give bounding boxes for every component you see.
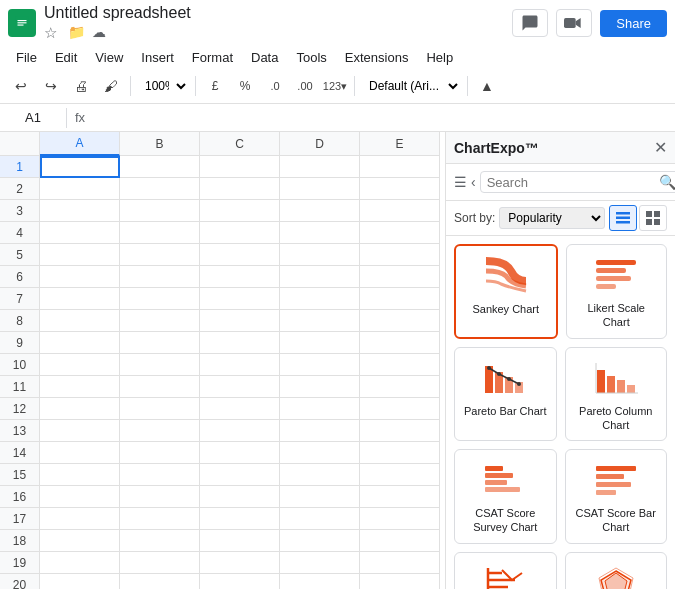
cell-D14[interactable] — [280, 442, 360, 464]
formula-input[interactable] — [93, 110, 667, 125]
menu-format[interactable]: Format — [184, 46, 241, 69]
cell-E1[interactable] — [360, 156, 440, 178]
col-header-b[interactable]: B — [120, 132, 200, 156]
cell-A11[interactable] — [40, 376, 120, 398]
cell-D4[interactable] — [280, 222, 360, 244]
row-number-7[interactable]: 7 — [0, 288, 40, 310]
percent-button[interactable]: % — [232, 73, 258, 99]
cell-A1[interactable] — [40, 156, 120, 178]
chart-card-csat-bar[interactable]: CSAT Score Bar Chart — [565, 449, 668, 544]
cell-C3[interactable] — [200, 200, 280, 222]
row-number-16[interactable]: 16 — [0, 486, 40, 508]
sort-select[interactable]: Popularity Name Newest — [499, 207, 605, 229]
cell-C13[interactable] — [200, 420, 280, 442]
chart-card-radar[interactable]: Radar Chart — [565, 552, 668, 589]
cell-A10[interactable] — [40, 354, 120, 376]
cell-B17[interactable] — [120, 508, 200, 530]
share-button[interactable]: Share — [600, 10, 667, 37]
cell-A15[interactable] — [40, 464, 120, 486]
cell-B14[interactable] — [120, 442, 200, 464]
cell-B18[interactable] — [120, 530, 200, 552]
chart-card-pareto-bar[interactable]: Pareto Bar Chart — [454, 347, 557, 442]
cell-B12[interactable] — [120, 398, 200, 420]
cell-A18[interactable] — [40, 530, 120, 552]
cell-A5[interactable] — [40, 244, 120, 266]
cell-E20[interactable] — [360, 574, 440, 589]
cell-E10[interactable] — [360, 354, 440, 376]
cell-D17[interactable] — [280, 508, 360, 530]
cell-A8[interactable] — [40, 310, 120, 332]
cell-C4[interactable] — [200, 222, 280, 244]
cell-A7[interactable] — [40, 288, 120, 310]
cell-E12[interactable] — [360, 398, 440, 420]
cell-C5[interactable] — [200, 244, 280, 266]
row-number-3[interactable]: 3 — [0, 200, 40, 222]
row-number-10[interactable]: 10 — [0, 354, 40, 376]
cell-A9[interactable] — [40, 332, 120, 354]
cell-E3[interactable] — [360, 200, 440, 222]
list-view-button[interactable] — [609, 205, 637, 231]
row-number-18[interactable]: 18 — [0, 530, 40, 552]
meet-button[interactable] — [556, 9, 592, 37]
cell-D2[interactable] — [280, 178, 360, 200]
cell-D13[interactable] — [280, 420, 360, 442]
cell-D7[interactable] — [280, 288, 360, 310]
cell-A12[interactable] — [40, 398, 120, 420]
cell-E8[interactable] — [360, 310, 440, 332]
row-number-20[interactable]: 20 — [0, 574, 40, 589]
format-123[interactable]: 123▾ — [322, 73, 348, 99]
cell-E2[interactable] — [360, 178, 440, 200]
row-number-1[interactable]: 1 — [0, 156, 40, 178]
cell-D16[interactable] — [280, 486, 360, 508]
cell-D19[interactable] — [280, 552, 360, 574]
row-number-15[interactable]: 15 — [0, 464, 40, 486]
cell-D18[interactable] — [280, 530, 360, 552]
row-number-4[interactable]: 4 — [0, 222, 40, 244]
panel-close-button[interactable]: ✕ — [654, 138, 667, 157]
cell-C18[interactable] — [200, 530, 280, 552]
cell-B5[interactable] — [120, 244, 200, 266]
category-view-button[interactable] — [639, 205, 667, 231]
chart-card-csat-survey[interactable]: CSAT Score Survey Chart — [454, 449, 557, 544]
cell-C9[interactable] — [200, 332, 280, 354]
nav-back-button[interactable]: ‹ — [471, 170, 476, 194]
cell-A17[interactable] — [40, 508, 120, 530]
row-number-12[interactable]: 12 — [0, 398, 40, 420]
row-number-6[interactable]: 6 — [0, 266, 40, 288]
decrease-decimal-button[interactable]: .0 — [262, 73, 288, 99]
cell-E6[interactable] — [360, 266, 440, 288]
cell-E4[interactable] — [360, 222, 440, 244]
cell-E13[interactable] — [360, 420, 440, 442]
cell-B3[interactable] — [120, 200, 200, 222]
row-number-17[interactable]: 17 — [0, 508, 40, 530]
menu-help[interactable]: Help — [418, 46, 461, 69]
cell-B2[interactable] — [120, 178, 200, 200]
cell-B7[interactable] — [120, 288, 200, 310]
row-number-9[interactable]: 9 — [0, 332, 40, 354]
cell-E17[interactable] — [360, 508, 440, 530]
col-header-a[interactable]: A — [40, 132, 120, 156]
search-input[interactable] — [487, 175, 655, 190]
menu-edit[interactable]: Edit — [47, 46, 85, 69]
cell-E14[interactable] — [360, 442, 440, 464]
cell-B15[interactable] — [120, 464, 200, 486]
cell-E19[interactable] — [360, 552, 440, 574]
row-number-2[interactable]: 2 — [0, 178, 40, 200]
cell-D12[interactable] — [280, 398, 360, 420]
cell-A4[interactable] — [40, 222, 120, 244]
cell-B4[interactable] — [120, 222, 200, 244]
row-number-14[interactable]: 14 — [0, 442, 40, 464]
cell-B20[interactable] — [120, 574, 200, 589]
cell-B1[interactable] — [120, 156, 200, 178]
cell-E18[interactable] — [360, 530, 440, 552]
undo-button[interactable]: ↩ — [8, 73, 34, 99]
cell-B13[interactable] — [120, 420, 200, 442]
chart-card-pareto-col[interactable]: Pareto Column Chart — [565, 347, 668, 442]
cell-B16[interactable] — [120, 486, 200, 508]
cell-C2[interactable] — [200, 178, 280, 200]
zoom-select[interactable]: 100% 75% 125% 150% — [137, 76, 189, 96]
row-number-11[interactable]: 11 — [0, 376, 40, 398]
cell-D9[interactable] — [280, 332, 360, 354]
cell-A6[interactable] — [40, 266, 120, 288]
cell-C15[interactable] — [200, 464, 280, 486]
